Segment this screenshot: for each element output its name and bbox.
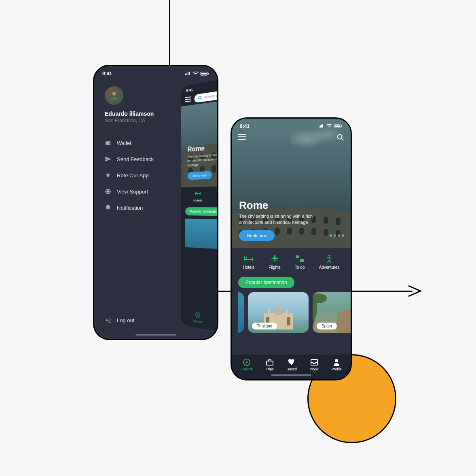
destination-label: Thailand [252, 323, 277, 329]
home-indicator [135, 334, 176, 336]
svg-rect-56 [311, 359, 317, 365]
destination-card-partial[interactable] [238, 292, 244, 333]
popular-chip[interactable]: Popular destination [185, 207, 218, 216]
heart-icon [288, 359, 295, 366]
status-indicators [185, 72, 209, 76]
category-hotels[interactable]: Hotels [243, 255, 254, 270]
destination-card-spain[interactable]: Spain [313, 292, 351, 333]
svg-point-49 [245, 257, 247, 259]
search-icon[interactable] [337, 134, 344, 143]
category-flights[interactable]: Flights [269, 255, 280, 270]
bell-icon [105, 204, 111, 211]
search-placeholder: Where are you [204, 92, 218, 100]
send-icon [105, 156, 111, 162]
tab-label: Saved [287, 367, 297, 371]
destination-label: Spain [317, 323, 337, 329]
search-icon [198, 96, 202, 100]
tab-explore[interactable]: Explore [193, 310, 202, 323]
phone-mockup-drawer: 9:41 Eduardo illiamson San Francisco, CA… [93, 65, 218, 340]
destination-card-thailand[interactable]: Thailand [248, 292, 309, 333]
hero-description: The city setting is stunning with a rich… [239, 213, 316, 225]
category-label: Adventures [319, 265, 340, 270]
hero-description: The city setting is stunning with a rich… [188, 151, 218, 168]
globe-icon [105, 188, 111, 195]
menu-item-label: View Support [117, 189, 148, 195]
carousel-dot[interactable] [338, 234, 340, 237]
hamburger-icon[interactable] [185, 96, 191, 104]
category-adventures[interactable]: Adventures [319, 255, 340, 270]
svg-point-50 [328, 255, 330, 257]
carousel-dot-active[interactable] [334, 234, 336, 237]
status-time: 9:41 [186, 87, 193, 93]
tab-label: Inbox [310, 367, 319, 371]
profile-icon [333, 359, 340, 366]
menu-item-label: Wallet [117, 140, 131, 146]
briefcase-icon [266, 359, 273, 366]
svg-rect-52 [287, 317, 290, 325]
status-time: 9:41 [102, 71, 112, 76]
tab-saved[interactable]: Saved [287, 359, 297, 371]
svg-point-53 [313, 293, 327, 303]
status-bar: 9:41 [94, 66, 217, 79]
svg-point-57 [335, 359, 338, 362]
category-label: Hotels [243, 265, 254, 270]
todo-icon [296, 255, 304, 263]
peeked-app-preview[interactable]: 9:41 Where are you Rome The city setting… [181, 70, 218, 340]
book-now-button[interactable]: Book now [188, 171, 212, 180]
wallet-icon [105, 140, 111, 146]
tab-label: Explore [241, 367, 253, 371]
hero-section: Rome The city setting is stunning with a… [181, 93, 218, 187]
svg-point-5 [199, 96, 201, 99]
tab-profile[interactable]: Profile [332, 359, 342, 371]
categories-row: Hotels Flights T [181, 185, 218, 206]
status-time: 9:41 [240, 123, 250, 129]
svg-rect-35 [336, 218, 341, 225]
category-label: To do [295, 265, 305, 270]
plane-icon [271, 255, 278, 263]
destinations-row[interactable]: Thailand Spain [232, 292, 351, 333]
tab-trips[interactable]: Trips [266, 359, 274, 371]
star-icon [105, 172, 111, 178]
destinations-row: Thailand [181, 219, 218, 253]
svg-rect-43 [324, 229, 328, 236]
compass-icon [243, 359, 250, 366]
carousel-dot[interactable] [330, 234, 332, 237]
popular-chip[interactable]: Popular destination [238, 277, 294, 288]
phone-mockup-explore: 9:41 Rome The city setting is stunning w… [231, 117, 352, 380]
tab-bar: Explore Trips Saved [181, 306, 218, 340]
avatar[interactable] [105, 86, 123, 105]
home-indicator [271, 374, 311, 376]
category-label: Flights [269, 265, 280, 270]
status-bar: 9:41 [232, 119, 351, 132]
tab-inbox[interactable]: Inbox [310, 359, 319, 371]
menu-item-label: Notification [117, 205, 143, 211]
svg-rect-34 [324, 217, 328, 224]
svg-point-3 [112, 92, 116, 96]
arrow-head-decoration [408, 284, 424, 298]
logout-icon [105, 317, 111, 323]
hamburger-icon[interactable] [238, 134, 246, 143]
logout-label: Log out [117, 317, 134, 323]
svg-rect-47 [341, 125, 342, 127]
carousel-dot[interactable] [342, 234, 344, 237]
book-now-button[interactable]: Book now [239, 230, 275, 241]
compass-icon [195, 311, 201, 319]
tab-explore[interactable]: Explore [241, 359, 253, 371]
svg-rect-55 [267, 361, 273, 365]
logout-button[interactable]: Log out [105, 317, 134, 323]
bed-icon [244, 255, 253, 263]
categories-row: Hotels Flights To do Adventures [232, 248, 351, 274]
menu-item-label: Rate Our App [117, 172, 149, 178]
hero-section: 9:41 Rome The city setting is stunning w… [232, 119, 351, 248]
carousel-dots[interactable] [330, 234, 344, 237]
svg-rect-2 [208, 73, 209, 74]
hero-title: Rome [239, 199, 316, 212]
category-todo[interactable]: To do [295, 255, 305, 270]
category-hotels[interactable]: Hotels [193, 190, 202, 202]
bed-icon [194, 190, 201, 196]
tab-label: Profile [332, 367, 342, 371]
svg-rect-1 [201, 73, 207, 74]
destination-card-partial[interactable] [185, 219, 218, 249]
inbox-icon [311, 359, 318, 366]
svg-point-24 [196, 192, 197, 193]
